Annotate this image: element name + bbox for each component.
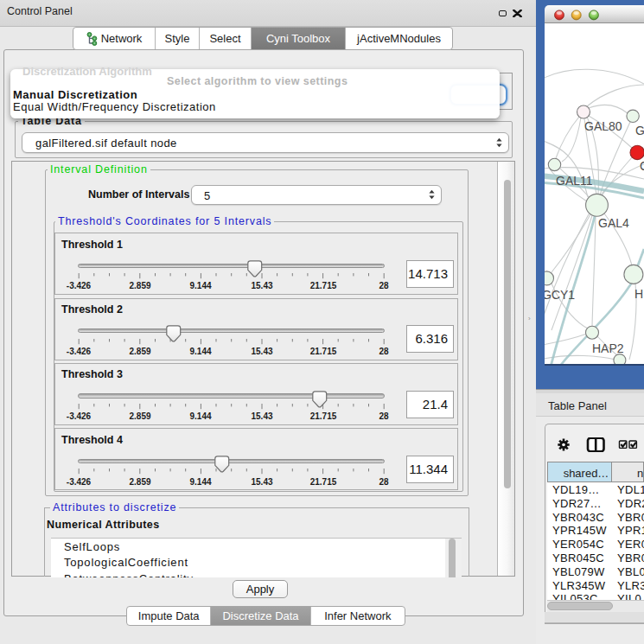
svg-text:C: C [640, 159, 644, 173]
svg-text:H: H [634, 287, 643, 301]
svg-text:GAL4: GAL4 [598, 216, 629, 230]
svg-text:GA: GA [635, 124, 644, 137]
svg-text:HAP2: HAP2 [592, 341, 624, 355]
svg-text:GCY1: GCY1 [545, 288, 575, 302]
svg-text:GAL80: GAL80 [584, 119, 622, 133]
svg-text:GAL11: GAL11 [556, 174, 593, 188]
